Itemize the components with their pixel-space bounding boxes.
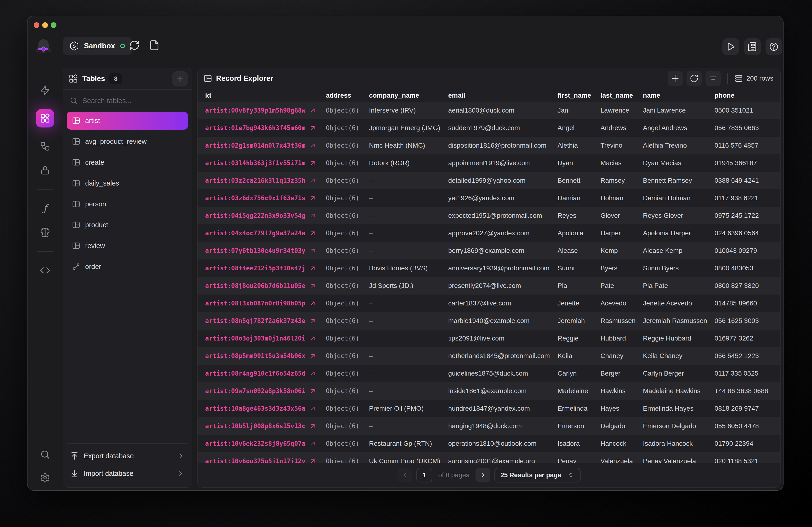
next-page-button[interactable] [476, 468, 490, 482]
table-icon [72, 116, 81, 125]
table-row[interactable]: artist:08n5gj782f2a6k37z43eObject(6)–mar… [198, 312, 781, 330]
table-row[interactable]: artist:03z6dx756c9x1f63e71sObject(6)–yet… [198, 189, 781, 207]
cell-id[interactable]: artist:10b5lj008p8x6s15v13c [205, 422, 326, 430]
column-header-first-name[interactable]: first_name [557, 92, 600, 99]
sidebar-item-product[interactable]: product [67, 216, 188, 234]
import-database-button[interactable]: Import database [67, 465, 188, 482]
sidebar-item-review[interactable]: review [67, 237, 188, 255]
cell-phone: 0500 351021 [714, 107, 781, 114]
table-row[interactable]: artist:10b5lj008p8x6s15v13cObject(6)–han… [198, 417, 781, 435]
search-tables[interactable] [63, 90, 192, 108]
table-row[interactable]: artist:08r4ng910c1f6o54z65dObject(6)–gui… [198, 365, 781, 382]
cell-id[interactable]: artist:03z2ca216k3l1q13z35h [205, 177, 326, 184]
sidebar-item-code[interactable] [40, 265, 50, 276]
cell-id[interactable]: artist:10v6ou375u5j1n17j12v [205, 457, 326, 463]
table-row[interactable]: artist:02g1sm014n0l7x43t36mObject(6)Nmc … [198, 137, 781, 154]
prev-page-button[interactable] [397, 468, 412, 482]
refresh-button[interactable] [686, 71, 702, 86]
file-icon[interactable] [149, 40, 160, 51]
table-row[interactable]: artist:04i5qg222n3x9o33v54gObject(6)–exp… [198, 207, 781, 224]
table-row[interactable]: artist:03l4hb363j3f1v55i71mObject(6)Roto… [198, 154, 781, 172]
cell-id[interactable]: artist:08r4ng910c1f6o54z65d [205, 370, 326, 377]
sidebar-item-security[interactable] [40, 165, 50, 176]
cell-id[interactable]: artist:08l3xb087n0r8i98b05p [205, 300, 326, 307]
cell-id[interactable]: artist:08p5mm901t5u3m54b06x [205, 352, 326, 360]
cell-id[interactable]: artist:08n5gj782f2a6k37z43e [205, 317, 326, 325]
cell-id[interactable]: artist:04i5qg222n3x9o33v54g [205, 212, 326, 219]
sidebar-item-daily_sales[interactable]: daily_sales [67, 174, 188, 192]
sidebar-item-person[interactable]: person [67, 195, 188, 213]
cell-address: Object(6) [326, 160, 369, 167]
record-explorer-header: Record Explorer 200 rows [198, 68, 781, 89]
table-row[interactable]: artist:04x4oc779l7g9a37w24aObject(6)–app… [198, 224, 781, 242]
cell-address: Object(6) [326, 300, 369, 307]
cell-id[interactable]: artist:01e7bg943k6h3f45m60m [205, 124, 326, 132]
filter-button[interactable] [706, 71, 721, 86]
column-header-id[interactable]: id [205, 92, 326, 99]
cell-company-name: – [369, 370, 448, 377]
table-row[interactable]: artist:03z2ca216k3l1q13z35hObject(6)–det… [198, 172, 781, 189]
gear-icon[interactable] [40, 472, 50, 483]
workspace-selector[interactable]: S Sandbox [63, 37, 132, 55]
page-number-input[interactable] [417, 468, 432, 482]
table-row[interactable]: artist:10v6ek232s8j8y65q07aObject(6)Rest… [198, 435, 781, 452]
table-row[interactable]: artist:08p5mm901t5u3m54b06xObject(6)–net… [198, 347, 781, 365]
sidebar-item-avg_product_review[interactable]: avg_product_review [67, 133, 188, 150]
sync-icon[interactable] [129, 40, 140, 51]
add-table-button[interactable] [172, 71, 188, 87]
table-row[interactable]: artist:07y6tb130e4u9r34t03yObject(6)–ber… [198, 242, 781, 259]
column-header-company-name[interactable]: company_name [369, 92, 448, 99]
sidebar-item-ai[interactable] [40, 227, 50, 238]
cell-id[interactable]: artist:10v6ek232s8j8y65q07a [205, 440, 326, 447]
export-database-button[interactable]: Export database [67, 447, 188, 465]
cell-id[interactable]: artist:10a8ge463s3d3z43x56a [205, 405, 326, 412]
column-header-name[interactable]: name [643, 92, 714, 99]
cell-id[interactable]: artist:08f4ee212i5p3f10s47j [205, 265, 326, 272]
sidebar-item-create[interactable]: create [67, 153, 188, 171]
cell-id[interactable]: artist:04x4oc779l7g9a37w24a [205, 230, 326, 237]
cell-id[interactable]: artist:03l4hb363j3f1v55i71m [205, 160, 326, 167]
table-row[interactable]: artist:08l3xb087n0r8i98b05pObject(6)–car… [198, 295, 781, 312]
add-record-button[interactable] [668, 71, 683, 86]
zoom-button[interactable] [51, 22, 56, 28]
cell-id[interactable]: artist:03z6dx756c9x1f63e71s [205, 195, 326, 202]
table-row[interactable]: artist:01e7bg943k6h3f45m60mObject(6)Jpmo… [198, 119, 781, 137]
table-row[interactable]: artist:10a8ge463s3d3z43x56aObject(6)Prem… [198, 400, 781, 417]
table-row[interactable]: artist:08f4ee212i5p3f10s47jObject(6)Bovi… [198, 259, 781, 277]
cell-address: Object(6) [326, 107, 369, 114]
cell-email: anniversary1939@protonmail.com [448, 265, 557, 272]
docs-button[interactable] [744, 39, 761, 55]
sidebar-item-functions[interactable]: ƒ [40, 203, 50, 214]
table-row[interactable]: artist:09w7sn092a8p3k58n06iObject(6)–ins… [198, 382, 781, 400]
sidebar-item-zap[interactable] [40, 85, 50, 96]
cell-id[interactable]: artist:08j8eu206b7d6b11u05e [205, 282, 326, 289]
svg-text:ƒ: ƒ [42, 203, 49, 213]
sidebar-item-tables-active[interactable] [36, 109, 54, 127]
search-icon[interactable] [40, 449, 50, 460]
avatar[interactable] [34, 37, 52, 53]
cell-first-name: Alethia [557, 142, 600, 149]
sidebar-item-order[interactable]: order [67, 258, 188, 275]
cell-id[interactable]: artist:02g1sm014n0l7x43t36m [205, 142, 326, 149]
sidebar-item-schema[interactable] [40, 141, 50, 152]
table-row[interactable]: artist:10v6ou375u5j1n17j12vObject(6)Uk C… [198, 452, 781, 463]
sidebar-item-artist[interactable]: artist [67, 111, 188, 130]
cell-id[interactable]: artist:00v8fy339p1m5h98g68w [205, 107, 326, 114]
table-row[interactable]: artist:08o3oj303m0j1n46l20iObject(6)–tip… [198, 330, 781, 347]
column-header-phone[interactable]: phone [714, 92, 781, 99]
run-button[interactable] [722, 39, 739, 55]
column-header-last-name[interactable]: last_name [600, 92, 643, 99]
cell-id[interactable]: artist:09w7sn092a8p3k58n06i [205, 388, 326, 394]
help-button[interactable] [766, 39, 782, 55]
results-per-page-select[interactable]: 25 Results per page [494, 468, 581, 482]
minimize-button[interactable] [42, 22, 48, 28]
column-header-email[interactable]: email [448, 92, 557, 99]
close-button[interactable] [34, 22, 39, 28]
table-row[interactable]: artist:00v8fy339p1m5h98g68wObject(6)Inte… [198, 102, 781, 119]
column-header-address[interactable]: address [326, 92, 369, 99]
external-link-icon [309, 282, 316, 289]
search-tables-input[interactable] [82, 97, 172, 105]
cell-id[interactable]: artist:08o3oj303m0j1n46l20i [205, 335, 326, 342]
table-row[interactable]: artist:08j8eu206b7d6b11u05eObject(6)Jd S… [198, 277, 781, 295]
cell-id[interactable]: artist:07y6tb130e4u9r34t03y [205, 247, 326, 254]
